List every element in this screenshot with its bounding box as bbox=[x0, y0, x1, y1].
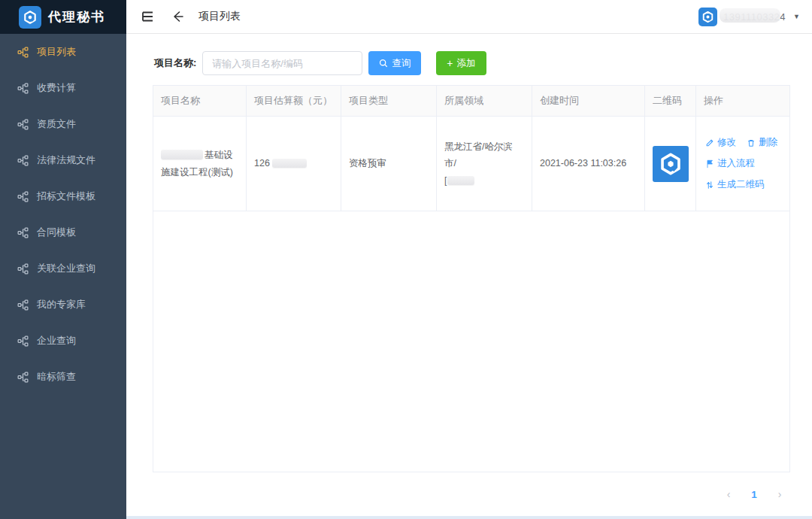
enter-flow-link-label: 进入流程 bbox=[717, 158, 755, 169]
project-type-text: 资格预审 bbox=[349, 155, 429, 172]
sidebar-item-label: 项目列表 bbox=[37, 45, 76, 59]
col-header-qrcode: 二维码 bbox=[645, 86, 696, 116]
estimate-text: 126 bbox=[254, 158, 270, 168]
cell-actions: 修改 删除 进入流程 生成二维码 bbox=[696, 117, 789, 211]
main-content: 项目名称: 查询 + 添加 项目名称 项目估算额（元） 项目类型 所属领域 创建… bbox=[126, 35, 812, 519]
project-name-label: 项目名称: bbox=[154, 56, 196, 70]
pagination-next-icon[interactable]: › bbox=[770, 485, 789, 503]
sidebar-item-label: 资质文件 bbox=[37, 117, 76, 131]
share-icon bbox=[17, 263, 29, 275]
cell-qrcode bbox=[645, 117, 696, 211]
cell-estimate: 126 bbox=[247, 117, 341, 211]
share-icon bbox=[17, 372, 29, 383]
cell-created-time: 2021-06-23 11:03:26 bbox=[532, 117, 645, 211]
pagination: ‹ 1 › bbox=[719, 485, 789, 503]
col-header-actions: 操作 bbox=[696, 86, 789, 116]
share-icon bbox=[17, 83, 29, 94]
sidebar-item-label: 我的专家库 bbox=[37, 298, 86, 311]
delete-link-label: 删除 bbox=[759, 137, 777, 148]
share-icon bbox=[17, 227, 29, 238]
edit-link-label: 修改 bbox=[717, 137, 736, 148]
sidebar-item-my-experts[interactable]: 我的专家库 bbox=[0, 287, 126, 323]
topbar: 项目列表 13911103324 ▼ bbox=[126, 0, 812, 34]
col-header-estimate: 项目估算额（元） bbox=[247, 86, 341, 116]
sidebar-item-label: 企业查询 bbox=[37, 334, 76, 348]
chevron-down-icon: ▼ bbox=[793, 13, 800, 20]
sidebar-item-law-files[interactable]: 法律法规文件 bbox=[0, 142, 126, 178]
sidebar-item-company-query[interactable]: 企业查询 bbox=[0, 323, 126, 359]
brand-logo-icon bbox=[19, 6, 41, 29]
col-header-created-time: 创建时间 bbox=[532, 86, 645, 116]
sort-arrows-icon bbox=[705, 181, 714, 190]
pagination-prev-icon[interactable]: ‹ bbox=[719, 485, 738, 503]
sidebar-item-contract-templates[interactable]: 合同模板 bbox=[0, 214, 126, 250]
cell-project-type: 资格预审 bbox=[341, 117, 437, 211]
query-button[interactable]: 查询 bbox=[368, 51, 421, 75]
table-header-row: 项目名称 项目估算额（元） 项目类型 所属领域 创建时间 二维码 操作 bbox=[153, 86, 789, 117]
table-row: 基础设施建设工程(测试) 126 资格预审 黑龙江省/哈尔滨市/ [ 2021-… bbox=[153, 117, 789, 211]
back-arrow-icon[interactable] bbox=[170, 9, 185, 24]
qrcode-logo-image[interactable] bbox=[653, 146, 689, 182]
sidebar-item-blind-bid-screening[interactable]: 暗标筛查 bbox=[0, 359, 126, 395]
created-time-text: 2021-06-23 11:03:26 bbox=[540, 155, 637, 172]
share-icon bbox=[17, 335, 29, 347]
project-table: 项目名称 项目估算额（元） 项目类型 所属领域 创建时间 二维码 操作 基础设施… bbox=[153, 85, 790, 472]
user-avatar bbox=[698, 8, 717, 26]
sidebar-item-label: 招标文件模板 bbox=[37, 190, 95, 203]
sidebar-item-label: 收费计算 bbox=[37, 81, 76, 95]
sidebar-item-label: 法律法规文件 bbox=[37, 153, 95, 167]
delete-link[interactable]: 删除 bbox=[747, 137, 777, 148]
sidebar-item-label: 合同模板 bbox=[37, 226, 76, 239]
redaction-smudge bbox=[161, 150, 203, 159]
cell-project-name: 基础设施建设工程(测试) bbox=[153, 117, 247, 211]
brand-title: 代理秘书 bbox=[48, 8, 105, 26]
sidebar-item-qualification-files[interactable]: 资质文件 bbox=[0, 106, 126, 142]
cell-region: 黑龙江省/哈尔滨市/ [ bbox=[437, 117, 532, 211]
project-name-input[interactable] bbox=[202, 51, 362, 75]
search-form: 项目名称: 查询 + 添加 bbox=[154, 51, 486, 75]
share-icon bbox=[17, 47, 29, 58]
sidebar: 代理秘书 项目列表 收费计算 资质文件 法律法规文件 招标文件模板 合同模板 bbox=[0, 0, 126, 519]
generate-qrcode-link-label: 生成二维码 bbox=[717, 179, 765, 190]
sidebar-item-label: 关联企业查询 bbox=[37, 262, 95, 275]
user-menu[interactable]: 13911103324 ▼ bbox=[698, 8, 800, 26]
sidebar-item-bid-doc-templates[interactable]: 招标文件模板 bbox=[0, 178, 126, 214]
edit-link[interactable]: 修改 bbox=[705, 137, 736, 148]
sidebar-brand: 代理秘书 bbox=[0, 0, 126, 34]
user-phone: 13911103324 bbox=[723, 11, 787, 23]
breadcrumb: 项目列表 bbox=[198, 10, 241, 23]
col-header-project-name: 项目名称 bbox=[153, 86, 247, 116]
bottom-edge-strip bbox=[126, 516, 812, 519]
sidebar-item-fee-calc[interactable]: 收费计算 bbox=[0, 70, 126, 106]
sidebar-item-related-company-query[interactable]: 关联企业查询 bbox=[0, 250, 126, 287]
plus-icon: + bbox=[447, 58, 453, 68]
sidebar-item-project-list[interactable]: 项目列表 bbox=[0, 34, 126, 70]
redaction-smudge bbox=[720, 8, 780, 23]
redaction-smudge bbox=[272, 159, 307, 168]
col-header-region: 所属领域 bbox=[437, 86, 532, 116]
region-fragment: [ bbox=[444, 175, 447, 186]
share-icon bbox=[17, 119, 29, 130]
region-text: 黑龙江省/哈尔滨市/ bbox=[444, 138, 524, 172]
sidebar-item-label: 暗标筛查 bbox=[37, 370, 76, 384]
redaction-smudge bbox=[447, 176, 474, 185]
add-button-label: 添加 bbox=[457, 57, 476, 70]
pagination-page-1[interactable]: 1 bbox=[744, 486, 764, 503]
share-icon bbox=[17, 191, 29, 202]
share-icon bbox=[17, 155, 29, 166]
col-header-project-type: 项目类型 bbox=[341, 86, 437, 116]
search-icon bbox=[379, 59, 388, 68]
share-icon bbox=[17, 299, 29, 311]
enter-flow-link[interactable]: 进入流程 bbox=[705, 158, 755, 169]
flag-icon bbox=[705, 159, 714, 168]
add-button[interactable]: + 添加 bbox=[436, 51, 486, 75]
query-button-label: 查询 bbox=[392, 57, 411, 70]
generate-qrcode-link[interactable]: 生成二维码 bbox=[705, 179, 765, 190]
trash-icon bbox=[747, 138, 756, 147]
sidebar-menu: 项目列表 收费计算 资质文件 法律法规文件 招标文件模板 合同模板 关联企业查询 bbox=[0, 34, 126, 395]
edit-pencil-icon bbox=[705, 138, 714, 147]
collapse-menu-icon[interactable] bbox=[140, 9, 155, 24]
